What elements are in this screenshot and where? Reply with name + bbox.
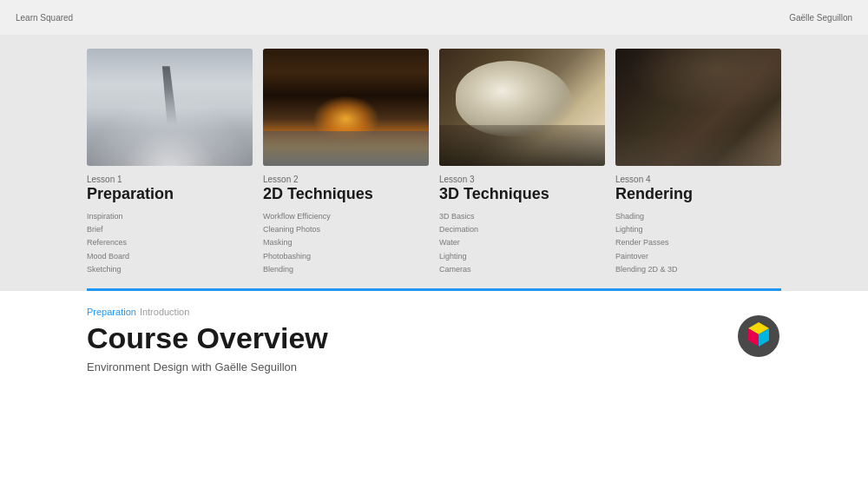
- lesson-number-4: Lesson 4: [615, 175, 781, 184]
- bottom-section: Preparation Introduction Course Overview…: [0, 291, 868, 489]
- main-content: Lesson 1 Preparation Inspiration Brief R…: [0, 35, 868, 489]
- brand-name: Learn Squared: [16, 13, 73, 23]
- breadcrumb: Preparation Introduction: [87, 307, 328, 317]
- lessons-grid: Lesson 1 Preparation Inspiration Brief R…: [87, 49, 781, 276]
- lesson-topics-3: 3D Basics Decimation Water Lighting Came…: [439, 210, 605, 276]
- lesson-number-1: Lesson 1: [87, 175, 253, 184]
- lesson-image-3: [439, 49, 605, 166]
- lesson-number-3: Lesson 3: [439, 175, 605, 184]
- lesson-title-2: 2D Techniques: [263, 186, 429, 203]
- lesson-number-2: Lesson 2: [263, 175, 429, 184]
- breadcrumb-preparation: Preparation: [87, 307, 136, 317]
- topic-item: Blending 2D & 3D: [615, 263, 781, 276]
- bottom-left: Preparation Introduction Course Overview…: [87, 307, 328, 373]
- course-title: Course Overview: [87, 322, 328, 354]
- cube-icon: [736, 314, 781, 359]
- lesson-title-4: Rendering: [615, 186, 781, 203]
- topic-item: Shading: [615, 210, 781, 223]
- lesson-title-1: Preparation: [87, 186, 253, 203]
- topic-item: Decimation: [439, 223, 605, 236]
- topic-item: References: [87, 236, 253, 249]
- lesson-topics-2: Workflow Efficiency Cleaning Photos Mask…: [263, 210, 429, 276]
- topic-item: Sketching: [87, 263, 253, 276]
- topic-item: Brief: [87, 223, 253, 236]
- instructor-name: Gaëlle Seguillon: [789, 13, 852, 23]
- topic-item: Lighting: [439, 250, 605, 263]
- lesson-topics-4: Shading Lighting Render Passes Paintover…: [615, 210, 781, 276]
- lesson-card-2[interactable]: Lesson 2 2D Techniques Workflow Efficien…: [263, 49, 429, 276]
- lesson-image-1: [87, 49, 253, 166]
- topic-item: Water: [439, 236, 605, 249]
- top-bar: Learn Squared Gaëlle Seguillon: [0, 0, 868, 35]
- topic-item: Photobashing: [263, 250, 429, 263]
- lesson-card-1[interactable]: Lesson 1 Preparation Inspiration Brief R…: [87, 49, 253, 276]
- topic-item: Mood Board: [87, 250, 253, 263]
- topic-item: Render Passes: [615, 236, 781, 249]
- topic-item: Cameras: [439, 263, 605, 276]
- topic-item: Inspiration: [87, 210, 253, 223]
- course-subtitle: Environment Design with Gaëlle Seguillon: [87, 360, 328, 373]
- topic-item: Lighting: [615, 223, 781, 236]
- topic-item: Cleaning Photos: [263, 223, 429, 236]
- topic-item: Workflow Efficiency: [263, 210, 429, 223]
- logo-cube: [736, 314, 781, 359]
- lesson-title-3: 3D Techniques: [439, 186, 605, 203]
- lesson-topics-1: Inspiration Brief References Mood Board …: [87, 210, 253, 276]
- lesson-card-3[interactable]: Lesson 3 3D Techniques 3D Basics Decimat…: [439, 49, 605, 276]
- breadcrumb-separator: Introduction: [140, 307, 189, 317]
- topic-item: 3D Basics: [439, 210, 605, 223]
- topic-item: Masking: [263, 236, 429, 249]
- lessons-section: Lesson 1 Preparation Inspiration Brief R…: [0, 35, 868, 276]
- lesson-card-4[interactable]: Lesson 4 Rendering Shading Lighting Rend…: [615, 49, 781, 276]
- lesson-image-4: [615, 49, 781, 166]
- lesson-image-2: [263, 49, 429, 166]
- topic-item: Paintover: [615, 250, 781, 263]
- topic-item: Blending: [263, 263, 429, 276]
